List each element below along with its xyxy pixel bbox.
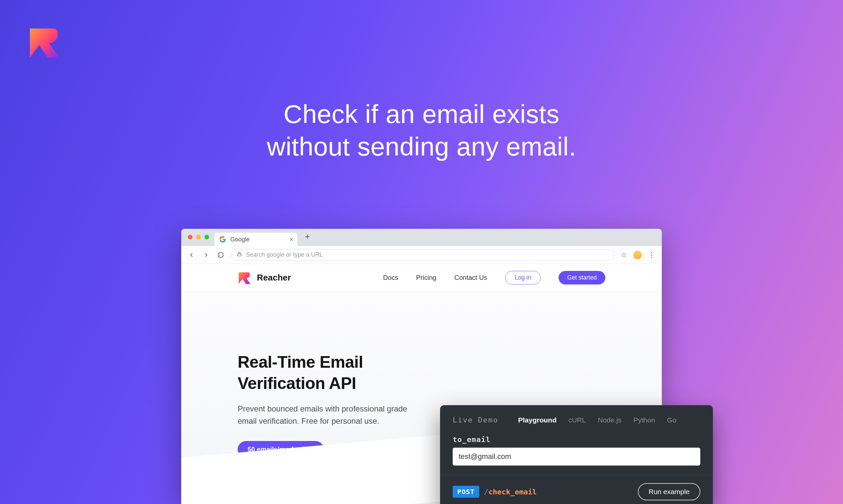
back-icon[interactable] — [187, 251, 196, 259]
page-title: Real-Time Email Verification API — [238, 352, 424, 394]
divider — [440, 475, 713, 475]
bookmark-star-icon[interactable]: ☆ — [621, 251, 627, 259]
forward-icon[interactable] — [202, 251, 210, 259]
page-body: Real-Time Email Verification API Prevent… — [181, 292, 662, 504]
demo-field-label: to_email — [453, 435, 700, 444]
demo-title: Live Demo — [453, 416, 498, 424]
run-example-button[interactable]: Run example — [638, 483, 700, 500]
live-demo-panel: Live Demo Playground cURL Node.js Python… — [440, 405, 713, 504]
http-method-badge: POST — [453, 486, 479, 498]
maximize-window-icon[interactable] — [204, 235, 209, 239]
reacher-logo-icon — [238, 271, 251, 285]
demo-input-wrap — [453, 448, 700, 466]
page-title-line-1: Real-Time Email — [238, 353, 363, 371]
browser-tab[interactable]: Google × — [214, 233, 297, 246]
page-subtitle: Prevent bounced emails with professional… — [238, 402, 417, 427]
brand[interactable]: Reacher — [238, 271, 291, 285]
browser-window: Google × + Search google or type a URL ☆… — [181, 229, 662, 504]
site-header: Reacher Docs Pricing Contact Us Log in G… — [181, 264, 662, 292]
demo-tabs: Live Demo Playground cURL Node.js Python… — [453, 416, 700, 424]
brand-name: Reacher — [257, 273, 291, 283]
close-tab-icon[interactable]: × — [289, 236, 293, 243]
google-favicon-icon — [219, 236, 226, 243]
reload-icon[interactable] — [217, 251, 225, 259]
browser-menu-icon[interactable]: ⋮ — [648, 251, 656, 259]
svg-rect-0 — [238, 254, 241, 256]
endpoint: /check_email — [484, 488, 537, 496]
profile-avatar[interactable] — [633, 251, 642, 259]
reacher-logo-large — [27, 26, 61, 59]
hero-line-1: Check if an email exists — [0, 98, 843, 131]
cta-button[interactable]: 50 emails/mo for free — [238, 441, 324, 458]
endpoint-slash: / — [484, 488, 488, 496]
address-placeholder: Search google or type a URL — [246, 251, 323, 258]
browser-tabstrip: Google × + — [181, 229, 662, 246]
hero-headline: Check if an email exists without sending… — [0, 98, 843, 163]
browser-toolbar: Search google or type a URL ☆ ⋮ — [181, 246, 662, 264]
lock-icon — [237, 251, 242, 258]
tab-go[interactable]: Go — [667, 416, 676, 424]
get-started-button[interactable]: Get started — [558, 271, 605, 285]
to-email-input[interactable] — [453, 448, 700, 466]
minimize-window-icon[interactable] — [196, 235, 201, 239]
hero-line-2: without sending any email. — [0, 131, 843, 163]
tab-title: Google — [230, 236, 250, 243]
tab-curl[interactable]: cURL — [569, 416, 586, 424]
page-title-line-2: Verification API — [238, 374, 356, 393]
address-bar[interactable]: Search google or type a URL — [231, 249, 615, 261]
close-window-icon[interactable] — [188, 235, 192, 239]
nav-docs[interactable]: Docs — [383, 274, 398, 282]
login-button[interactable]: Log in — [505, 271, 541, 285]
tab-python[interactable]: Python — [633, 416, 655, 424]
window-controls — [188, 235, 209, 239]
nav-pricing[interactable]: Pricing — [416, 274, 436, 282]
endpoint-path: check_email — [488, 488, 537, 496]
nav-contact[interactable]: Contact Us — [454, 274, 487, 282]
tab-playground[interactable]: Playground — [518, 416, 556, 424]
new-tab-button[interactable]: + — [302, 231, 313, 242]
tab-node[interactable]: Node.js — [598, 416, 621, 424]
